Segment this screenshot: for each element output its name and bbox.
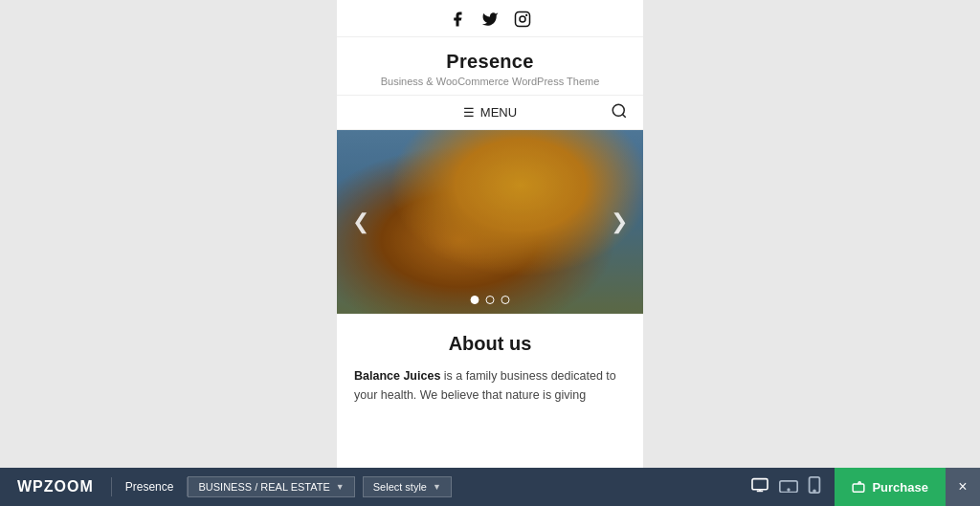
svg-line-4 xyxy=(622,114,625,117)
dot-2[interactable] xyxy=(486,296,495,304)
nav-bar: ☰ MENU xyxy=(337,96,643,130)
site-subtitle: Business & WooCommerce WordPress Theme xyxy=(337,76,643,87)
about-section: About us Balance Juices is a family busi… xyxy=(337,314,643,416)
about-title: About us xyxy=(354,333,626,355)
svg-point-2 xyxy=(525,14,527,16)
left-gutter xyxy=(0,0,337,468)
svg-point-3 xyxy=(612,104,624,116)
slider-prev-button[interactable]: ❮ xyxy=(345,206,377,238)
site-title: Presence xyxy=(337,51,643,73)
svg-rect-5 xyxy=(752,479,768,490)
bottom-theme-name: Presence xyxy=(112,480,188,494)
svg-point-1 xyxy=(520,16,525,22)
device-icons xyxy=(737,476,835,497)
dot-3[interactable] xyxy=(501,296,510,304)
dot-1[interactable] xyxy=(471,296,479,304)
style-select[interactable]: Select style ▼ xyxy=(363,476,452,497)
svg-rect-0 xyxy=(516,12,530,27)
menu-toggle[interactable]: ☰ MENU xyxy=(463,105,517,120)
style-label: Select style xyxy=(373,481,427,493)
purchase-label: Purchase xyxy=(872,480,928,495)
bottom-bar: WPZOOM Presence BUSINESS / REAL ESTATE ▼… xyxy=(0,468,980,506)
category-select[interactable]: BUSINESS / REAL ESTATE ▼ xyxy=(188,476,354,497)
instagram-icon[interactable] xyxy=(513,10,532,29)
facebook-icon[interactable] xyxy=(448,10,467,29)
main-content: Presence Business & WooCommerce WordPres… xyxy=(0,0,980,468)
hero-image xyxy=(337,130,643,314)
social-bar xyxy=(337,0,643,37)
tablet-portrait-view-icon[interactable] xyxy=(808,476,821,497)
close-button[interactable]: × xyxy=(946,468,980,506)
category-chevron-icon: ▼ xyxy=(336,482,345,492)
wpzoom-logo: WPZOOM xyxy=(0,478,111,495)
search-button[interactable] xyxy=(611,102,628,123)
tablet-landscape-view-icon[interactable] xyxy=(779,477,798,496)
hamburger-icon: ☰ xyxy=(463,105,475,120)
slider-dots xyxy=(471,296,510,304)
site-header: Presence Business & WooCommerce WordPres… xyxy=(337,37,643,96)
svg-point-11 xyxy=(814,490,816,492)
menu-label: MENU xyxy=(480,105,517,120)
desktop-view-icon[interactable] xyxy=(750,477,769,496)
purchase-button[interactable]: Purchase xyxy=(835,468,946,506)
slider-next-button[interactable]: ❯ xyxy=(603,206,635,238)
twitter-icon[interactable] xyxy=(480,10,500,29)
style-chevron-icon: ▼ xyxy=(433,482,441,492)
category-label: BUSINESS / REAL ESTATE xyxy=(198,481,329,493)
about-text: Balance Juices is a family business dedi… xyxy=(354,366,626,405)
about-text-bold: Balance Juices xyxy=(354,369,440,383)
right-gutter xyxy=(643,0,980,468)
hero-slider: ❮ ❯ Only natural ingredients Buy Theme xyxy=(337,130,643,314)
center-panel: Presence Business & WooCommerce WordPres… xyxy=(337,0,643,468)
svg-point-9 xyxy=(789,489,791,491)
